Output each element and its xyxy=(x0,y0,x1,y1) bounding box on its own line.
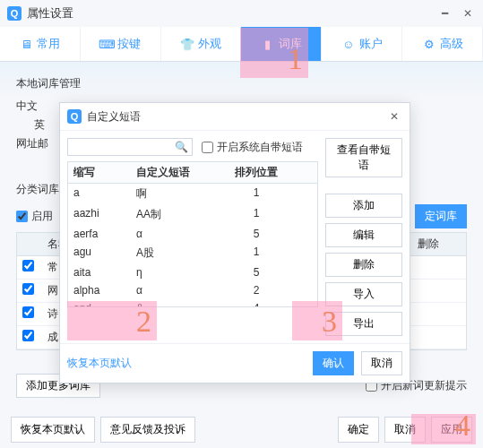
dialog-cancel-button[interactable]: 取消 xyxy=(361,351,402,375)
window-title: 属性设置 xyxy=(27,5,436,22)
tab-account[interactable]: ☺账户 xyxy=(322,27,402,61)
search-input[interactable] xyxy=(72,141,175,153)
tab-common[interactable]: 🖥常用 xyxy=(0,27,81,61)
dialog-ok-button[interactable]: 确认 xyxy=(313,351,354,375)
phrase-row[interactable]: a啊1 xyxy=(68,184,317,204)
apply-button[interactable]: 应用 xyxy=(431,417,472,443)
titlebar: Q 属性设置 ━ ✕ xyxy=(0,0,483,27)
custom-phrase-dialog: Q 自定义短语 ✕ 🔍 开启系统自带短语 缩写 自定义短语 排列位置 a啊1aa… xyxy=(59,102,410,383)
tab-lexicon[interactable]: ▮词库 xyxy=(241,27,322,61)
cancel-button[interactable]: 取消 xyxy=(384,417,426,443)
user-icon: ☺ xyxy=(341,37,356,51)
phrase-table-body[interactable]: a啊1aazhiAA制1aerfaα5aguA股1aitaη5alphaα2an… xyxy=(67,184,318,307)
add-phrase-button[interactable]: 添加 xyxy=(325,194,402,218)
window-controls: ━ ✕ xyxy=(436,5,476,22)
feedback-button[interactable]: 意见反馈及投诉 xyxy=(100,417,195,443)
tab-appearance[interactable]: 👕外观 xyxy=(161,27,242,61)
phrase-row[interactable]: and&4 xyxy=(68,299,317,307)
delete-phrase-button[interactable]: 删除 xyxy=(325,253,402,277)
search-icon[interactable]: 🔍 xyxy=(175,141,188,153)
minimize-button[interactable]: ━ xyxy=(436,5,453,22)
phrase-row[interactable]: alphaα2 xyxy=(68,281,317,299)
dialog-restore-defaults[interactable]: 恢复本页默认 xyxy=(67,356,132,371)
search-box[interactable]: 🔍 xyxy=(67,138,193,156)
dialog-titlebar: Q 自定义短语 ✕ xyxy=(60,103,410,131)
ok-button[interactable]: 确定 xyxy=(338,417,379,443)
tab-bar: 🖥常用 ⌨按键 👕外观 ▮词库 ☺账户 ⚙高级 xyxy=(0,27,483,62)
export-phrase-button[interactable]: 导出 xyxy=(325,312,402,336)
app-logo: Q xyxy=(7,6,22,21)
phrase-row[interactable]: aguA股1 xyxy=(68,243,317,263)
dialog-footer: 恢复本页默认 确认 取消 xyxy=(60,343,410,383)
set-lexicon-button[interactable]: 定词库 xyxy=(415,204,467,228)
footer: 恢复本页默认 意见反馈及投诉 确定 取消 应用 xyxy=(0,417,483,443)
phrase-row[interactable]: aitaη5 xyxy=(68,263,317,281)
tab-keys[interactable]: ⌨按键 xyxy=(81,27,161,61)
dialog-title: 自定义短语 xyxy=(87,109,386,125)
import-phrase-button[interactable]: 导入 xyxy=(325,282,402,306)
close-button[interactable]: ✕ xyxy=(460,5,476,22)
phrase-row[interactable]: aerfaα5 xyxy=(68,225,317,243)
dialog-close-button[interactable]: ✕ xyxy=(386,108,402,125)
phrase-row[interactable]: aazhiAA制1 xyxy=(68,204,317,225)
edit-phrase-button[interactable]: 编辑 xyxy=(325,223,402,247)
view-system-phrase-button[interactable]: 查看自带短语 xyxy=(325,138,402,177)
gear-icon: ⚙ xyxy=(422,37,436,51)
enable-system-phrase-checkbox[interactable]: 开启系统自带短语 xyxy=(202,140,303,155)
book-icon: ▮ xyxy=(261,37,275,51)
shirt-icon: 👕 xyxy=(180,37,194,51)
tab-advanced[interactable]: ⚙高级 xyxy=(402,27,483,61)
enable-checkbox[interactable]: 启用 xyxy=(16,209,53,224)
monitor-icon: 🖥 xyxy=(19,37,33,51)
section-local-lexicon: 本地词库管理 xyxy=(16,76,467,91)
key-icon: ⌨ xyxy=(99,37,114,51)
app-logo: Q xyxy=(67,109,82,124)
phrase-table-header: 缩写 自定义短语 排列位置 xyxy=(67,161,318,184)
restore-defaults-button[interactable]: 恢复本页默认 xyxy=(11,417,95,443)
